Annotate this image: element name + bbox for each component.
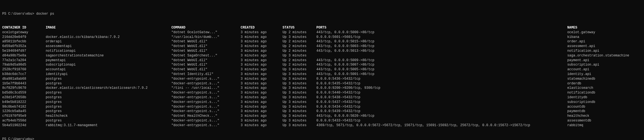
cell-created: 3 minutes ago: [241, 123, 282, 128]
table-row: b49e5b818222postgres"docker-entrypoint.s…: [2, 100, 642, 105]
cell-ports: 443/tcp, 0.0.0.0:5001->80/tcp: [316, 72, 567, 77]
cell-names: identitydb: [567, 95, 642, 100]
cell-status: Up 3 minutes: [282, 35, 316, 40]
cell-ports: 443/tcp, 0.0.0.0:5009->80/tcp: [316, 58, 567, 63]
cell-image: postgres: [46, 109, 171, 114]
cell-ports: 0.0.0.0:5435->5432/tcp: [316, 81, 567, 86]
cell-command: "dotnet WebUI.dll": [171, 58, 241, 63]
cell-names: elasticsearch: [567, 86, 642, 90]
cell-container-id: d84a98b75e8a: [2, 53, 46, 58]
cell-command: "docker-entrypoint.s...": [171, 90, 241, 95]
cell-command: "dotnet Identity.dll": [171, 72, 241, 77]
cell-ports: 443/tcp, 0.0.0.0:5003->80/tcp: [316, 44, 567, 49]
cell-container-id: b38dc6dc7cc7: [2, 72, 46, 77]
cell-command: "/tini -- /usr/local...": [171, 86, 241, 90]
cell-created: 3 minutes ago: [241, 81, 282, 86]
cell-command: "docker-entrypoint.s...": [171, 109, 241, 114]
cell-names: healthcheck: [567, 114, 642, 118]
cell-container-id: 1b5e7f9b0443: [2, 81, 46, 86]
cell-created: 3 minutes ago: [241, 39, 282, 44]
cell-names: paymentdb: [567, 109, 642, 114]
cell-image: docker.elastic.co/kibana/kibana:7.9.2: [46, 35, 171, 40]
cell-image: postgres: [46, 100, 171, 105]
cell-command: "dotnet SagaOrchest...": [171, 53, 241, 58]
cell-ports: 0.0.0.0:5436->5432/tcp: [316, 77, 567, 81]
table-row: acfb4eb7550dpostgres"docker-entrypoint.s…: [2, 118, 642, 123]
table-row: a85811bfecbborderapi"dotnet WebUI.dll"3 …: [2, 39, 642, 44]
cell-container-id: acfb4eb7550d: [2, 118, 46, 123]
cell-image: sagaorchestrationstatemachine: [46, 53, 171, 58]
table-row: cf61970f95e9healthcheck"dotnet HealthChe…: [2, 114, 642, 118]
cell-ports: 443/tcp, 0.0.0.0:5007->80/tcp: [316, 63, 567, 67]
cell-names: assessmentdb: [567, 118, 642, 123]
cell-names: saga.orchestration.statemachine: [567, 53, 642, 58]
header-ports: PORTS: [316, 25, 567, 30]
cell-ports: 0.0.0.0:9200->9200/tcp, 9300/tcp: [316, 86, 567, 90]
cell-status: Up 3 minutes: [282, 86, 316, 90]
cell-status: Up 2 minutes: [282, 30, 316, 35]
cell-status: Up 2 minutes: [282, 39, 316, 44]
cell-status: Up 3 minutes: [282, 123, 316, 128]
header-names: NAMES: [567, 25, 642, 30]
cell-ports: 443/tcp, 0.0.0.0:5020->80/tcp: [316, 114, 567, 118]
cell-created: 3 minutes ago: [241, 95, 282, 100]
cell-image: accountapi: [46, 67, 171, 72]
cell-container-id: e28d14f2658b: [2, 95, 46, 100]
cell-container-id: 77e2a1c7a204: [2, 58, 46, 63]
prompt-bottom: PS C:\Users\ebu>: [2, 137, 642, 140]
cell-created: 3 minutes ago: [241, 67, 282, 72]
header-status: STATUS: [282, 25, 316, 30]
table-row: 79ab9d5a90d5subscriptionapi"dotnet WebUI…: [2, 63, 642, 67]
cell-container-id: bd5d0c3cd559: [2, 90, 46, 95]
cell-command: "docker-entrypoint.s...": [171, 105, 241, 109]
cell-image: [46, 30, 171, 35]
cell-created: 3 minutes ago: [241, 118, 282, 123]
table-row: e28d14f2658bpostgres"docker-entrypoint.s…: [2, 95, 642, 100]
table-row: b38dc6dc7cc7identityapi"dotnet Identity.…: [2, 72, 642, 77]
terminal: PS C:\Users\ebu> docker ps CONTAINER ID …: [2, 2, 642, 140]
cell-ports: 0.0.0.0:5438->5432/tcp: [316, 95, 567, 100]
cell-status: Up 2 minutes: [282, 44, 316, 49]
cell-command: "dotnet OcelotGatew...": [171, 30, 241, 35]
cell-created: 3 minutes ago: [241, 100, 282, 105]
docker-ps-table: CONTAINER ID IMAGE COMMAND CREATED STATU…: [2, 25, 642, 128]
cell-container-id: 98c0beb74182: [2, 105, 46, 109]
cell-container-id: 5e194694fd97: [2, 49, 46, 53]
cell-names: payment.api: [567, 58, 642, 63]
cell-image: identityapi: [46, 72, 171, 77]
cell-image: subscriptionapi: [46, 63, 171, 67]
cell-command: "docker-entrypoint.s...": [171, 95, 241, 100]
cell-image: postgres: [46, 90, 171, 95]
cell-ports: 4369/tcp, 5671/tcp, 0.0.0.0:5672->5672/t…: [316, 123, 567, 128]
table-row: ocelotgateway"dotnet OcelotGatew..."3 mi…: [2, 30, 642, 35]
cell-status: Up 3 minutes: [282, 72, 316, 77]
cell-command: "/usr/local/bin/dumb...": [171, 35, 241, 40]
table-row: 77e2a1c7a204paymentapi"dotnet WebUI.dll"…: [2, 58, 642, 63]
cell-names: rabbitmq: [567, 123, 642, 128]
cell-names: account.api: [567, 67, 642, 72]
cell-container-id: b49e5b818222: [2, 100, 46, 105]
cell-status: Up 3 minutes: [282, 67, 316, 72]
cell-command: "dotnet WebUI.dll": [171, 39, 241, 44]
cell-created: 3 minutes ago: [241, 49, 282, 53]
table-row: 216dd20e04f9docker.elastic.co/kibana/kib…: [2, 35, 642, 40]
cell-container-id: cf61970f95e9: [2, 114, 46, 118]
cell-names: statemachinedb: [567, 77, 642, 81]
cell-command: "dotnet WebUI.dll": [171, 44, 241, 49]
table-row: 1226cb5a8a45postgres"docker-entrypoint.s…: [2, 109, 642, 114]
cell-status: Up 2 minutes: [282, 58, 316, 63]
cell-names: assessment.api: [567, 44, 642, 49]
cell-command: "dotnet WebUI.dll": [171, 49, 241, 53]
cell-status: Up 3 minutes: [282, 90, 316, 95]
table-row: 5e194694fd97notificationapi"dotnet WebUI…: [2, 49, 642, 53]
table-row: bd5d0c3cd559postgres"docker-entrypoint.s…: [2, 90, 642, 95]
cell-names: orderdb: [567, 81, 642, 86]
cell-image: postgres: [46, 77, 171, 81]
cell-created: 3 minutes ago: [241, 77, 282, 81]
cell-ports: 0.0.0.0:5434->5432/tcp: [316, 105, 567, 109]
cell-command: "docker-entrypoint.s...": [171, 81, 241, 86]
header-created: CREATED: [241, 25, 282, 30]
cell-image: assessmentapi: [46, 44, 171, 49]
cell-names: subscription.api: [567, 63, 642, 67]
cell-ports: 0.0.0.0:5439->5432/tcp: [316, 109, 567, 114]
